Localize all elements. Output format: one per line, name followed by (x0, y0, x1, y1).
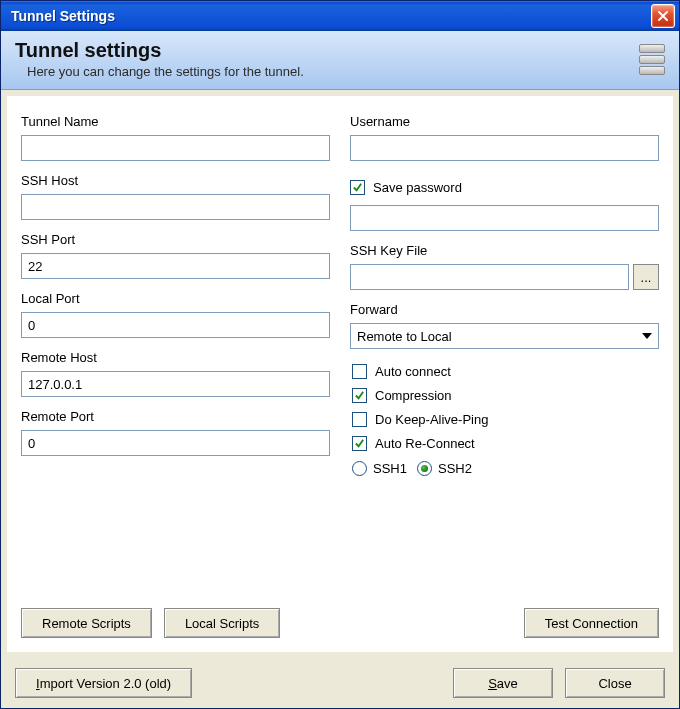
window-title: Tunnel Settings (11, 8, 651, 24)
username-input[interactable] (350, 135, 659, 161)
forward-value: Remote to Local (357, 329, 452, 344)
page-title: Tunnel settings (15, 39, 639, 62)
auto-connect-label: Auto connect (375, 364, 451, 379)
compression-checkbox[interactable] (352, 388, 367, 403)
remote-host-label: Remote Host (21, 350, 330, 365)
tunnel-settings-window: Tunnel Settings Tunnel settings Here you… (0, 0, 680, 709)
compression-label: Compression (375, 388, 452, 403)
remote-host-input[interactable] (21, 371, 330, 397)
import-old-button[interactable]: Import Version 2.0 (old) (15, 668, 192, 698)
form-body: Tunnel Name SSH Host SSH Port Local Port… (7, 96, 673, 652)
keep-alive-checkbox[interactable] (352, 412, 367, 427)
page-subtitle: Here you can change the settings for the… (15, 64, 639, 79)
disk-stack-icon (639, 43, 665, 75)
local-port-input[interactable] (21, 312, 330, 338)
ssh1-radio[interactable] (352, 461, 367, 476)
close-button[interactable]: Close (565, 668, 665, 698)
auto-connect-checkbox[interactable] (352, 364, 367, 379)
password-input[interactable] (350, 205, 659, 231)
remote-port-label: Remote Port (21, 409, 330, 424)
forward-dropdown[interactable]: Remote to Local (350, 323, 659, 349)
test-connection-button[interactable]: Test Connection (524, 608, 659, 638)
remote-scripts-button[interactable]: Remote Scripts (21, 608, 152, 638)
ellipsis-icon: ... (641, 270, 652, 285)
forward-label: Forward (350, 302, 659, 317)
remote-port-input[interactable] (21, 430, 330, 456)
keep-alive-label: Do Keep-Alive-Ping (375, 412, 488, 427)
tunnel-name-input[interactable] (21, 135, 330, 161)
auto-reconnect-checkbox[interactable] (352, 436, 367, 451)
titlebar: Tunnel Settings (1, 1, 679, 31)
ssh-host-label: SSH Host (21, 173, 330, 188)
username-label: Username (350, 114, 659, 129)
ssh1-label: SSH1 (373, 461, 407, 476)
ssh-port-input[interactable] (21, 253, 330, 279)
ssh2-radio[interactable] (417, 461, 432, 476)
ssh-port-label: SSH Port (21, 232, 330, 247)
footer: Import Version 2.0 (old) Save Close (1, 658, 679, 708)
local-port-label: Local Port (21, 291, 330, 306)
ssh-key-label: SSH Key File (350, 243, 659, 258)
header-panel: Tunnel settings Here you can change the … (1, 31, 679, 90)
browse-key-button[interactable]: ... (633, 264, 659, 290)
local-scripts-button[interactable]: Local Scripts (164, 608, 280, 638)
ssh-host-input[interactable] (21, 194, 330, 220)
ssh2-label: SSH2 (438, 461, 472, 476)
chevron-down-icon (638, 326, 656, 346)
ssh-key-input[interactable] (350, 264, 629, 290)
save-password-label: Save password (373, 180, 462, 195)
save-password-checkbox[interactable] (350, 180, 365, 195)
tunnel-name-label: Tunnel Name (21, 114, 330, 129)
auto-reconnect-label: Auto Re-Connect (375, 436, 475, 451)
close-icon[interactable] (651, 4, 675, 28)
save-button[interactable]: Save (453, 668, 553, 698)
